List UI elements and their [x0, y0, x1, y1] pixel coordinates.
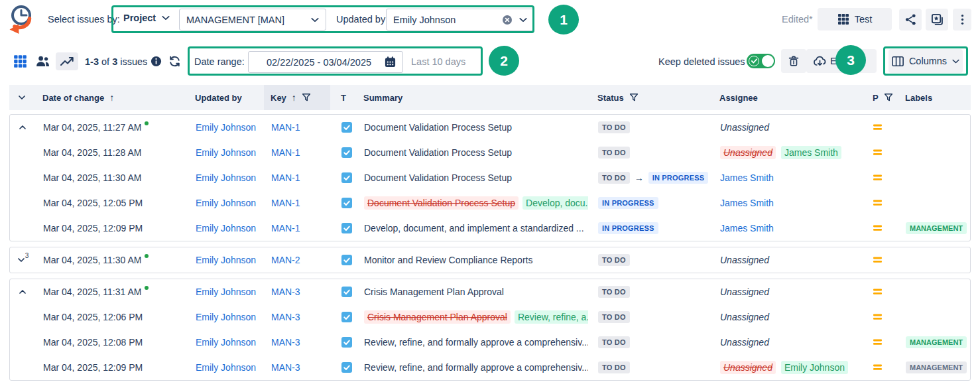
updated-by-link[interactable]: Emily Johnson — [196, 255, 256, 265]
updated-by-link[interactable]: Emily Johnson — [196, 122, 256, 133]
collapse-group-icon[interactable] — [18, 123, 27, 132]
summary-text: Document Validation Process Setup — [364, 122, 512, 133]
updated-by-link[interactable]: Emily Johnson — [196, 147, 256, 158]
issue-key-link[interactable]: MAN-3 — [271, 337, 300, 348]
columns-button[interactable]: Columns — [888, 49, 963, 73]
collapse-group-icon[interactable] — [18, 287, 27, 296]
status-cell: TO DO — [588, 304, 710, 330]
column-header-priority[interactable]: P — [857, 85, 894, 110]
issue-key-link[interactable]: MAN-1 — [271, 122, 300, 133]
filter-icon[interactable] — [629, 93, 639, 102]
updated-by-link[interactable]: Emily Johnson — [196, 172, 256, 183]
type-cell — [331, 140, 355, 165]
key-cell: MAN-1 — [265, 190, 331, 216]
labels-cell — [895, 165, 970, 190]
updated-by-link[interactable]: Emily Johnson — [196, 198, 256, 208]
delete-report-button[interactable] — [781, 49, 806, 73]
expander-cell — [10, 190, 35, 216]
date-range-hint: Last 10 days — [411, 56, 465, 67]
clear-icon[interactable] — [502, 15, 513, 25]
project-select[interactable]: MANAGEMENT [MAN] — [179, 9, 326, 31]
summary-cell: Monitor and Review Compliance Reports — [355, 247, 588, 273]
labels-cell — [895, 115, 970, 140]
priority-cell — [857, 247, 895, 273]
filter-icon[interactable] — [884, 93, 893, 102]
toggle-knob — [762, 55, 774, 67]
issue-key-link[interactable]: MAN-1 — [271, 223, 300, 233]
updated-by-link[interactable]: Emily Johnson — [196, 337, 256, 348]
report-name-label: Test — [855, 14, 873, 25]
column-header-updated-by[interactable]: Updated by — [186, 85, 264, 110]
info-icon[interactable] — [151, 56, 162, 67]
issue-key-link[interactable]: MAN-2 — [271, 255, 300, 265]
collapse-all-icon[interactable] — [17, 93, 27, 102]
issue-key-link[interactable]: MAN-1 — [271, 198, 300, 208]
column-header-assignee[interactable]: Assignee — [709, 85, 857, 110]
status-cell: TO DO — [588, 330, 710, 355]
date-text: Mar 04, 2025, 11:30 AM — [43, 172, 141, 183]
priority-cell — [857, 165, 895, 190]
filter-icon[interactable] — [302, 93, 311, 102]
priority-cell — [857, 115, 895, 140]
people-view-icon[interactable] — [35, 54, 50, 68]
keep-deleted-toggle[interactable] — [747, 54, 775, 68]
issue-key-link[interactable]: MAN-1 — [271, 147, 300, 158]
history-row: Mar 04, 2025, 11:27 AMEmily JohnsonMAN-1… — [10, 115, 970, 140]
select-mode-dropdown[interactable]: Project — [123, 13, 170, 23]
kebab-menu-icon — [961, 13, 964, 26]
date-range-value: 02/22/2025 - 03/04/2025 — [258, 57, 380, 68]
date-of-change-cell: Mar 04, 2025, 12:09 PM — [35, 355, 186, 380]
summary-cell: Crisis Management Plan Approval — [355, 279, 588, 304]
expand-all-cell — [9, 85, 34, 110]
chart-view-icon[interactable] — [56, 52, 78, 70]
more-actions-button[interactable] — [953, 9, 971, 31]
column-header-key[interactable]: Key ↑ — [264, 85, 330, 110]
status-badge: IN PROGRESS — [598, 197, 658, 209]
expander-cell — [10, 216, 35, 241]
sort-asc-icon[interactable]: ↑ — [109, 92, 114, 103]
labels-cell — [895, 279, 970, 304]
type-cell — [331, 279, 355, 304]
saved-reports-button[interactable] — [926, 9, 948, 31]
hidden-changes-count: 3 — [25, 252, 29, 259]
top-bar: Select issues by: Project MANAGEMENT [MA… — [0, 0, 980, 38]
status-badge: IN PROGRESS — [598, 222, 658, 234]
updated-by-link[interactable]: Emily Johnson — [196, 223, 256, 233]
assignee-name: Unassigned — [720, 146, 776, 159]
summary-text: Document Validation Process Setup — [364, 147, 512, 158]
issue-key-link[interactable]: MAN-1 — [271, 172, 300, 183]
column-header-summary[interactable]: Summary — [354, 85, 587, 110]
updated-by-link[interactable]: Emily Johnson — [196, 362, 256, 373]
report-name-button[interactable]: Test — [818, 8, 892, 31]
status-badge: TO DO — [598, 121, 630, 133]
type-cell — [331, 247, 355, 273]
task-type-icon — [341, 223, 352, 233]
priority-medium-icon — [873, 256, 883, 264]
column-header-labels[interactable]: Labels — [894, 85, 971, 110]
column-header-date[interactable]: Date of change ↑ — [34, 85, 186, 110]
updated-by-link[interactable]: Emily Johnson — [196, 312, 256, 322]
assignee-cell: James Smith — [710, 165, 857, 190]
expand-group-icon[interactable] — [17, 255, 26, 265]
saved-reports-icon — [931, 13, 944, 26]
issue-key-link[interactable]: MAN-3 — [271, 362, 300, 373]
table-view-icon[interactable] — [13, 54, 27, 68]
chevron-down-icon — [311, 17, 319, 23]
sort-asc-icon[interactable]: ↑ — [292, 92, 296, 103]
assignee-name: James Smith — [720, 198, 774, 208]
issue-key-link[interactable]: MAN-3 — [271, 312, 300, 322]
updated-by-cell: Emily Johnson — [186, 190, 265, 216]
column-header-status[interactable]: Status — [587, 85, 709, 110]
date-range-input[interactable]: 02/22/2025 - 03/04/2025 — [248, 51, 403, 73]
refresh-icon[interactable] — [168, 55, 181, 68]
history-row: Mar 04, 2025, 11:28 AMEmily JohnsonMAN-1… — [10, 140, 970, 165]
expander-cell — [10, 355, 35, 380]
column-header-type[interactable]: T — [330, 85, 354, 110]
updated-by-link[interactable]: Emily Johnson — [196, 287, 256, 297]
type-cell — [331, 355, 355, 380]
issue-key-link[interactable]: MAN-3 — [271, 287, 300, 297]
export-button[interactable]: Export — [806, 49, 877, 73]
updated-by-select[interactable]: Emily Johnson — [386, 9, 534, 31]
calendar-icon[interactable] — [384, 56, 397, 68]
share-button[interactable] — [899, 9, 922, 31]
